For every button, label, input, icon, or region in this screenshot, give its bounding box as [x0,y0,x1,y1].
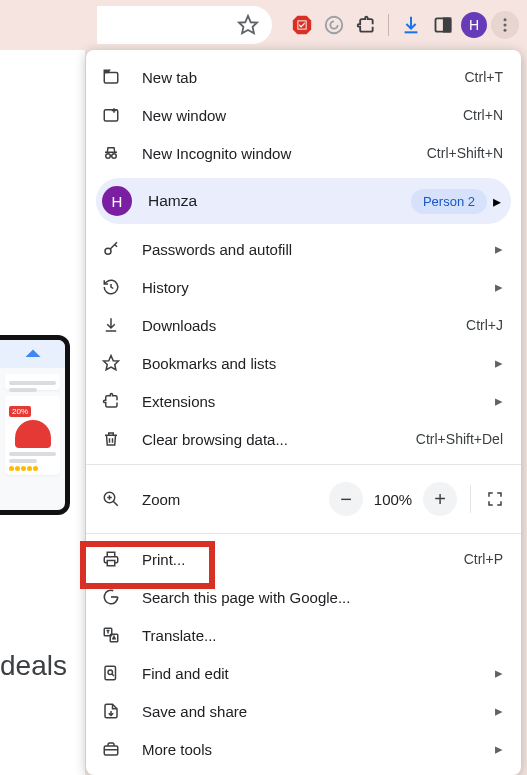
menu-label: Print... [142,551,464,568]
svg-point-14 [112,154,117,159]
menu-shortcut: Ctrl+N [463,107,503,123]
svg-marker-16 [104,356,119,370]
menu-shortcut: Ctrl+T [465,69,504,85]
svg-point-5 [326,17,343,34]
extensions-puzzle-icon[interactable] [352,11,380,39]
adblock-icon[interactable] [288,11,316,39]
history-icon [100,276,122,298]
menu-label: New Incognito window [142,145,427,162]
svg-point-9 [504,24,507,27]
zoom-level: 100% [366,491,420,508]
menu-label: Save and share [142,703,487,720]
menu-shortcut: Ctrl+P [464,551,503,567]
menu-label: Translate... [142,627,503,644]
chevron-right-icon: ▸ [495,392,503,410]
menu-search-google[interactable]: Search this page with Google... [86,578,521,616]
svg-point-8 [504,18,507,21]
menu-new-window[interactable]: New window Ctrl+N [86,96,521,134]
menu-clear-data[interactable]: Clear browsing data... Ctrl+Shift+Del [86,420,521,458]
kebab-menu-icon[interactable] [491,11,519,39]
menu-zoom: Zoom − 100% + [86,471,521,527]
menu-label: Downloads [142,317,466,334]
menu-label: Extensions [142,393,487,410]
menu-label: Bookmarks and lists [142,355,487,372]
menu-label: Find and edit [142,665,487,682]
download-icon [100,314,122,336]
key-icon [100,238,122,260]
chevron-right-icon: ▸ [493,192,501,211]
translate-icon [100,624,122,646]
fullscreen-button[interactable] [481,485,509,513]
profile-avatar[interactable]: H [461,12,487,38]
menu-translate[interactable]: Translate... [86,616,521,654]
menu-new-tab[interactable]: New tab Ctrl+T [86,58,521,96]
svg-point-10 [504,29,507,32]
chevron-right-icon: ▸ [495,702,503,720]
puzzle-icon [100,390,122,412]
svg-rect-7 [444,18,451,31]
print-icon [100,548,122,570]
svg-marker-0 [239,16,257,33]
chevron-right-icon: ▸ [495,354,503,372]
phone-mockup: 20% [0,335,70,515]
menu-label: More tools [142,741,487,758]
chevron-right-icon: ▸ [495,240,503,258]
svg-rect-18 [107,561,115,566]
trash-icon [100,428,122,450]
menu-print[interactable]: Print... Ctrl+P [86,540,521,578]
zoom-divider [470,485,471,513]
discount-badge: 20% [9,406,31,417]
menu-separator [86,464,521,465]
side-panel-icon[interactable] [429,11,457,39]
save-icon [100,700,122,722]
menu-downloads[interactable]: Downloads Ctrl+J [86,306,521,344]
menu-more-tools[interactable]: More tools ▸ [86,730,521,768]
menu-label: History [142,279,487,296]
zoom-label: Zoom [142,491,326,508]
star-icon [100,352,122,374]
toolbox-icon [100,738,122,760]
grammarly-icon[interactable] [320,11,348,39]
zoom-in-button[interactable]: + [423,482,457,516]
svg-rect-21 [105,666,116,680]
new-tab-icon [100,66,122,88]
profile-tag: Person 2 [411,189,487,214]
avatar-letter: H [469,17,479,33]
menu-history[interactable]: History ▸ [86,268,521,306]
menu-find[interactable]: Find and edit ▸ [86,654,521,692]
menu-label: New window [142,107,463,124]
menu-label: Clear browsing data... [142,431,416,448]
new-window-icon [100,104,122,126]
menu-shortcut: Ctrl+Shift+Del [416,431,503,447]
menu-shortcut: Ctrl+J [466,317,503,333]
menu-extensions[interactable]: Extensions ▸ [86,382,521,420]
zoom-icon [100,488,122,510]
menu-incognito[interactable]: New Incognito window Ctrl+Shift+N [86,134,521,172]
menu-label: Search this page with Google... [142,589,503,606]
svg-point-15 [105,248,111,254]
browser-toolbar: H [0,0,527,50]
profile-name: Hamza [148,192,411,210]
find-icon [100,662,122,684]
deals-heading: deals [0,650,67,682]
menu-shortcut: Ctrl+Shift+N [427,145,503,161]
chrome-menu: New tab Ctrl+T New window Ctrl+N New Inc… [86,50,521,775]
menu-passwords[interactable]: Passwords and autofill ▸ [86,230,521,268]
zoom-out-button[interactable]: − [329,482,363,516]
google-icon [100,586,122,608]
bookmark-star-icon[interactable] [234,11,262,39]
page-background: 20% deals [0,50,85,775]
menu-save-share[interactable]: Save and share ▸ [86,692,521,730]
menu-bookmarks[interactable]: Bookmarks and lists ▸ [86,344,521,382]
incognito-icon [100,142,122,164]
svg-rect-11 [104,73,118,84]
chevron-right-icon: ▸ [495,740,503,758]
menu-separator [86,533,521,534]
address-bar-end[interactable] [97,6,272,44]
svg-point-13 [106,154,111,159]
svg-rect-12 [104,110,118,121]
toolbar-divider [388,14,389,36]
menu-label: New tab [142,69,465,86]
downloads-icon[interactable] [397,11,425,39]
menu-profile[interactable]: H Hamza Person 2 ▸ [96,178,511,224]
